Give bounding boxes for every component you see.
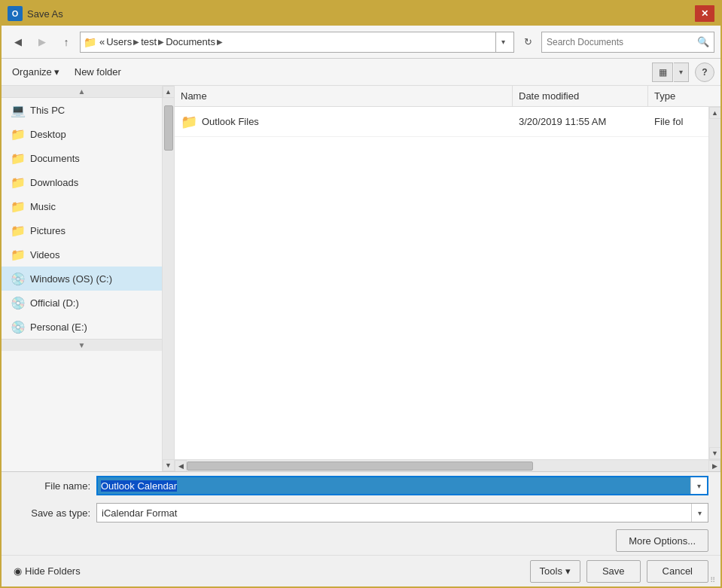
file-area: Name Date modified Type [175,86,720,459]
sidebar-scroll-down[interactable]: ▼ [2,339,162,351]
view-controls: ▦ ▾ [652,62,689,82]
column-date-modified[interactable]: Date modified [513,86,648,106]
videos-icon: 📁 [11,248,26,262]
sidebar-container: ▲ 💻 This PC 📁 Desktop 📁 Documents 📁 Down… [2,86,175,471]
up-button[interactable]: ↑ [56,32,77,53]
file-scrollbar-track[interactable] [709,119,720,447]
refresh-button[interactable]: ↻ [517,32,538,53]
file-name-cell: 📁 Outlook Files [175,114,513,130]
save-as-type-value: iCalendar Format [97,504,691,522]
dialog-title: Save As [27,8,63,20]
address-box[interactable]: 📁 « Users ▶ test ▶ Documents ▶ ▾ [80,32,514,53]
breadcrumb-documents[interactable]: Documents [166,36,215,47]
file-scroll-down-arrow[interactable]: ▼ [709,447,721,459]
sidebar-item-pictures[interactable]: 📁 Pictures [2,218,162,242]
sidebar-item-personal-e[interactable]: 💿 Personal (E:) [2,315,162,339]
file-area-container: Name Date modified Type [175,86,720,471]
sidebar-scroll-up-arrow[interactable]: ▲ [163,86,175,98]
view-dropdown-button[interactable]: ▾ [674,62,689,82]
save-button[interactable]: Save [586,560,641,583]
sidebar-item-videos[interactable]: 📁 Videos [2,242,162,267]
file-name-input[interactable] [98,477,690,494]
tools-button[interactable]: Tools ▾ [530,560,580,583]
hide-folders-button[interactable]: ◉ Hide Folders [14,565,81,577]
view-icon-button[interactable]: ▦ [652,62,673,82]
hide-folders-icon: ◉ [14,565,22,577]
save-as-type-row: Save as type: iCalendar Format ▾ [2,499,720,526]
main-area: ▲ 💻 This PC 📁 Desktop 📁 Documents 📁 Down… [2,86,720,471]
new-folder-button[interactable]: New folder [70,64,126,80]
search-input[interactable] [547,37,694,47]
sidebar-scroll-up[interactable]: ▲ [2,86,162,98]
sidebar-item-official-d[interactable]: 💿 Official (D:) [2,291,162,315]
sidebar-scrollbar[interactable]: ▲ ▼ [162,86,174,471]
sidebar-item-this-pc[interactable]: 💻 This PC [2,98,162,122]
personal-e-icon: 💿 [11,320,26,334]
cancel-button[interactable]: Cancel [647,560,708,583]
sidebar-item-music[interactable]: 📁 Music [2,194,162,218]
address-path: « Users ▶ test ▶ Documents ▶ [99,36,492,47]
more-options-button[interactable]: More Options... [616,529,708,552]
save-as-type-dropdown[interactable]: ▾ [691,504,708,522]
file-name-dropdown[interactable]: ▾ [690,477,707,494]
sidebar-item-windows-c[interactable]: 💿 Windows (OS) (C:) [2,267,162,291]
h-scroll-left-arrow[interactable]: ◀ [175,460,187,472]
view-icon: ▦ [659,67,667,78]
h-scroll-right-arrow[interactable]: ▶ [708,460,720,472]
more-options-row: More Options... [2,526,720,555]
search-icon[interactable]: 🔍 [697,36,709,47]
sidebar-item-desktop[interactable]: 📁 Desktop [2,122,162,146]
bottom-area: File name: ▾ Save as type: iCalendar For… [2,471,720,586]
address-bar: ◀ ▶ ↑ 📁 « Users ▶ test ▶ Documents ▶ ▾ ↻… [2,26,720,59]
column-type[interactable]: Type [648,86,708,106]
sidebar-scrollbar-thumb[interactable] [164,105,173,151]
title-bar: O Save As ✕ [2,2,720,26]
back-button[interactable]: ◀ [8,32,29,53]
search-box: 🔍 [541,32,714,53]
close-button[interactable]: ✕ [695,5,714,22]
column-name[interactable]: Name [175,86,513,106]
sidebar-item-documents[interactable]: 📁 Documents [2,146,162,170]
table-row[interactable]: 📁 Outlook Files 3/20/2019 11:55 AM File … [175,107,708,137]
sidebar-scroll-down-arrow[interactable]: ▼ [163,459,175,471]
file-scroll-up-arrow[interactable]: ▲ [709,107,721,119]
pictures-icon: 📁 [11,224,26,238]
file-folder-icon: 📁 [181,114,197,130]
bottom-buttons-row: ◉ Hide Folders Tools ▾ Save Cancel [2,555,720,586]
file-list-header: Name Date modified Type [175,86,720,107]
breadcrumb-separator: « [99,36,105,47]
horizontal-scrollbar[interactable]: ◀ ▶ [175,459,720,471]
folder-breadcrumb-icon: 📁 [84,36,96,48]
file-name-label: File name: [14,480,96,492]
file-list-body: 📁 Outlook Files 3/20/2019 11:55 AM File … [175,107,708,459]
outlook-icon: O [8,6,23,21]
save-as-type-container: iCalendar Format ▾ [96,503,708,522]
music-icon: 📁 [11,200,26,214]
address-dropdown-button[interactable]: ▾ [495,32,510,53]
desktop-icon: 📁 [11,127,26,142]
file-date-cell: 3/20/2019 11:55 AM [513,116,648,127]
organize-button[interactable]: Organize ▾ [8,64,64,80]
h-scroll-track[interactable] [187,460,708,471]
tools-dropdown-icon: ▾ [565,565,571,577]
this-pc-icon: 💻 [11,103,26,117]
official-d-icon: 💿 [11,296,26,310]
file-name-container: ▾ [96,476,708,495]
forward-button[interactable]: ▶ [32,32,53,53]
resize-handle[interactable]: ⠿ [710,576,719,585]
file-list-scrollbar[interactable]: ▲ ▼ [708,107,720,459]
h-scroll-thumb[interactable] [187,462,533,471]
sidebar-scrollbar-track[interactable] [163,98,174,459]
help-button[interactable]: ? [695,62,714,82]
documents-icon: 📁 [11,151,26,166]
file-name-row: File name: ▾ [2,472,720,499]
sidebar-item-downloads[interactable]: 📁 Downloads [2,170,162,194]
downloads-icon: 📁 [11,175,26,190]
breadcrumb-test[interactable]: test [141,36,157,47]
file-type-cell: File fol [648,116,708,127]
breadcrumb-users[interactable]: Users [106,36,132,47]
windows-c-icon: 💿 [11,272,26,286]
file-body-container: 📁 Outlook Files 3/20/2019 11:55 AM File … [175,107,720,459]
save-as-type-label: Save as type: [14,507,96,519]
sidebar: ▲ 💻 This PC 📁 Desktop 📁 Documents 📁 Down… [2,86,162,471]
